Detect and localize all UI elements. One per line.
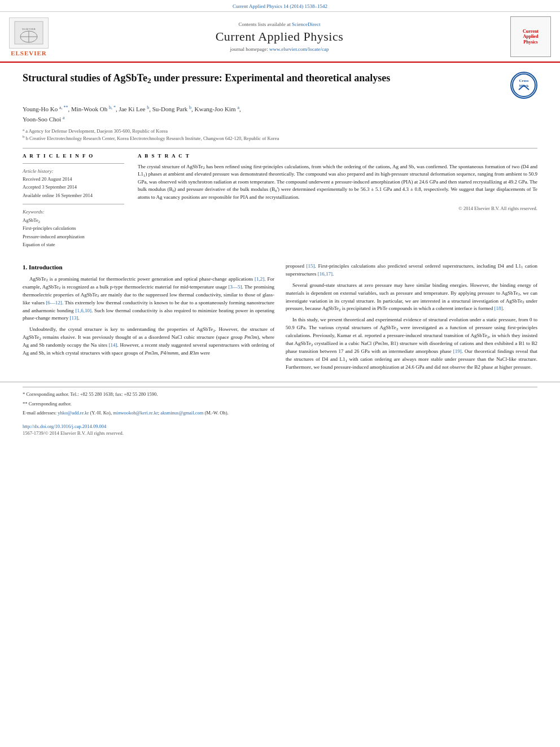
svg-text:Cross: Cross	[519, 78, 529, 83]
date-accepted: Accepted 3 September 2014	[23, 183, 124, 191]
right-para1: proposed [15]. First-principles calculat…	[286, 263, 537, 278]
doi-link[interactable]: http://dx.doi.org/10.1016/j.cap.2014.09.…	[23, 423, 106, 429]
affiliations: a a Agency for Defense Development, Daej…	[23, 128, 537, 142]
keyword-2: First-principles calculations	[23, 224, 124, 232]
elsevier-logo-image: ELSEVIER	[9, 18, 49, 49]
body-col-right: proposed [15]. First-principles calculat…	[286, 263, 537, 375]
elsevier-brand-text: ELSEVIER	[11, 50, 47, 56]
intro-heading: 1. Introduction	[23, 263, 274, 272]
journal-header: ELSEVIER ELSEVIER Contents lists availab…	[0, 12, 560, 63]
cap-logo: Current Applied Physics	[510, 16, 551, 57]
abstract-col: A B S T R A C T The crystal structure of…	[138, 153, 537, 249]
footnotes-divider	[23, 387, 537, 387]
keyword-4: Equation of state	[23, 241, 124, 248]
footnote-star: * Corresponding author. Tel.: +82 55 280…	[23, 391, 537, 399]
journal-center-info: Contents lists available at ScienceDirec…	[49, 21, 510, 52]
abstract-heading: A B S T R A C T	[138, 153, 537, 159]
copyright-text: © 2014 Elsevier B.V. All rights reserved…	[138, 206, 537, 211]
date-received: Received 20 August 2014	[23, 175, 124, 183]
journal-homepage: journal homepage: www.elsevier.com/locat…	[49, 46, 510, 52]
journal-name: Current Applied Physics	[49, 29, 510, 44]
date-available: Available online 16 September 2014	[23, 191, 124, 199]
right-para3: In this study, we present theoretical an…	[286, 316, 537, 372]
issn-line: 1567-1739/© 2014 Elsevier B.V. All right…	[0, 429, 560, 440]
keywords-divider	[23, 204, 124, 204]
article-info-col: A R T I C L E I N F O Article history: R…	[23, 153, 124, 249]
doi-line: http://dx.doi.org/10.1016/j.cap.2014.09.…	[0, 421, 560, 429]
footnotes-section: * Corresponding author. Tel.: +82 55 280…	[0, 382, 560, 421]
cap-logo-title: Current Applied Physics	[523, 29, 539, 45]
journal-citation: Current Applied Physics 14 (2014) 1538–1…	[233, 3, 327, 9]
paper-title: Structural studies of AgSbTe2 under pres…	[23, 72, 510, 85]
intro-para2: Undoubtedly, the crystal structure is ke…	[23, 326, 274, 357]
body-col-left: 1. Introduction AgSbTe2 is a promising m…	[23, 263, 274, 375]
svg-text:ELSEVIER: ELSEVIER	[22, 28, 36, 30]
crossmark-logo[interactable]: Cross Mark	[510, 72, 537, 99]
intro-para1: AgSbTe2 is a promising material for ther…	[23, 276, 274, 323]
article-history-label: Article history:	[23, 168, 124, 174]
keyword-3: Pressure-induced amorphization	[23, 233, 124, 241]
footnote-double-star: ** Corresponding author.	[23, 400, 537, 408]
sciencedirect-link[interactable]: ScienceDirect	[292, 21, 320, 27]
elsevier-logo: ELSEVIER ELSEVIER	[9, 18, 49, 56]
keywords-section: Keywords: AgSbTe2 First-principles calcu…	[23, 209, 124, 249]
email-link-2[interactable]: minwookoh@keri.re.kr	[113, 410, 158, 416]
info-abstract-cols: A R T I C L E I N F O Article history: R…	[23, 153, 537, 249]
divider	[23, 148, 537, 148]
email-link-3[interactable]: aksminus@gmail.com	[160, 410, 203, 416]
authors-line: Young-Ho Ko a, **, Min-Wook Oh b, *, Jae…	[23, 104, 537, 124]
email-link-1[interactable]: yhko@add.re.kr	[58, 410, 89, 416]
paper-content: Structural studies of AgSbTe2 under pres…	[0, 63, 560, 256]
journal-citation-bar: Current Applied Physics 14 (2014) 1538–1…	[0, 0, 560, 12]
footnote-emails: E-mail addresses: yhko@add.re.kr (Y.-H. …	[23, 409, 537, 417]
right-para2: Several ground-state structures at zero …	[286, 282, 537, 313]
body-columns: 1. Introduction AgSbTe2 is a promising m…	[23, 263, 537, 375]
homepage-url[interactable]: www.elsevier.com/locate/cap	[269, 46, 329, 52]
info-divider	[23, 163, 124, 164]
keyword-1: AgSbTe2	[23, 216, 124, 224]
abstract-text: The crystal structure of AgSbTe2 has bee…	[138, 163, 537, 202]
keywords-label: Keywords:	[23, 209, 124, 215]
sciencedirect-availability: Contents lists available at ScienceDirec…	[49, 21, 510, 27]
body-content: 1. Introduction AgSbTe2 is a promising m…	[0, 256, 560, 382]
paper-title-section: Structural studies of AgSbTe2 under pres…	[23, 72, 537, 99]
article-info-heading: A R T I C L E I N F O	[23, 153, 124, 159]
